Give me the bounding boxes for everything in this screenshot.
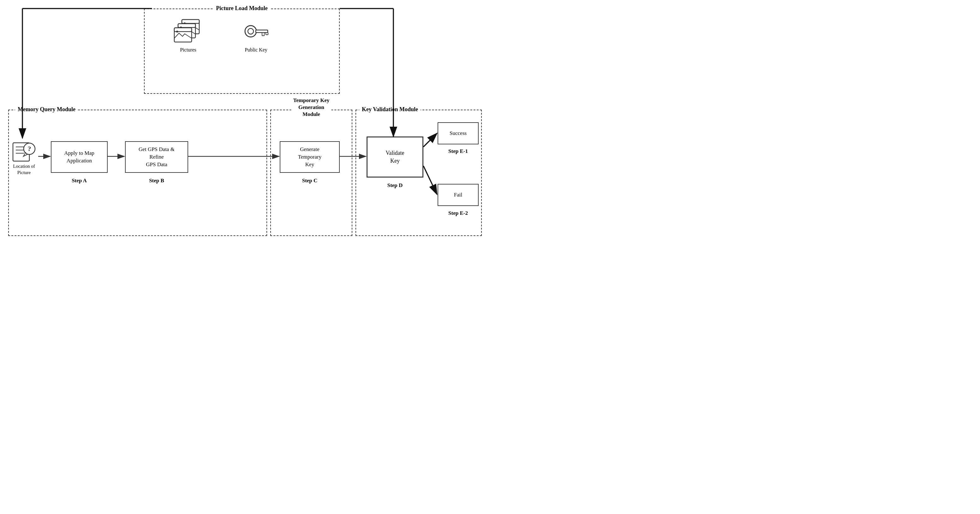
step-e1-text: Success bbox=[450, 129, 467, 137]
step-e2-label: Step E-2 bbox=[438, 210, 479, 216]
memory-query-title: Memory Query Module bbox=[15, 106, 78, 113]
svg-point-8 bbox=[176, 30, 178, 32]
pictures-icon-group: Pictures bbox=[172, 18, 204, 53]
pictures-label: Pictures bbox=[180, 47, 196, 53]
public-key-icon-group: Public Key bbox=[242, 18, 270, 53]
step-b-text: Get GPS Data &RefineGPS Data bbox=[138, 146, 175, 168]
step-b-label: Step B bbox=[125, 177, 188, 184]
diagram-container: Picture Load Module Memory Query Module … bbox=[5, 5, 485, 252]
svg-point-10 bbox=[248, 29, 253, 34]
step-a-box: Apply to MapApplication bbox=[51, 141, 108, 173]
step-a-label: Step A bbox=[51, 177, 108, 184]
svg-rect-11 bbox=[256, 30, 268, 32]
module-memory-query: Memory Query Module bbox=[8, 110, 267, 236]
location-icon-group: ? Location of Picture bbox=[11, 138, 37, 176]
step-e1-box: Success bbox=[438, 122, 479, 144]
key-icon bbox=[242, 18, 270, 46]
keyval-title: Key Validation Module bbox=[359, 106, 420, 113]
pictures-icon bbox=[172, 18, 204, 46]
step-d-label: Step D bbox=[367, 182, 423, 188]
step-e2-box: Fail bbox=[438, 184, 479, 206]
svg-rect-13 bbox=[266, 32, 268, 35]
picture-load-title: Picture Load Module bbox=[213, 5, 270, 12]
svg-rect-12 bbox=[262, 32, 264, 36]
step-e1-label: Step E-1 bbox=[438, 148, 479, 155]
step-a-text: Apply to MapApplication bbox=[64, 149, 94, 164]
module-tempkey: Temporary Key Generation Module bbox=[270, 110, 352, 236]
location-icon: ? bbox=[11, 138, 37, 163]
location-label: Location of Picture bbox=[13, 163, 35, 176]
svg-text:?: ? bbox=[28, 145, 31, 153]
step-e2-text: Fail bbox=[454, 191, 462, 199]
step-d-box: ValidateKey bbox=[367, 136, 423, 177]
step-c-label: Step C bbox=[280, 177, 340, 184]
step-d-text: ValidateKey bbox=[386, 149, 404, 165]
step-c-text: GenerateTemporaryKey bbox=[298, 146, 321, 168]
public-key-label: Public Key bbox=[245, 47, 267, 53]
step-b-box: Get GPS Data &RefineGPS Data bbox=[125, 141, 188, 173]
tempkey-title: Temporary Key Generation Module bbox=[291, 97, 331, 118]
step-c-box: GenerateTemporaryKey bbox=[280, 141, 340, 173]
